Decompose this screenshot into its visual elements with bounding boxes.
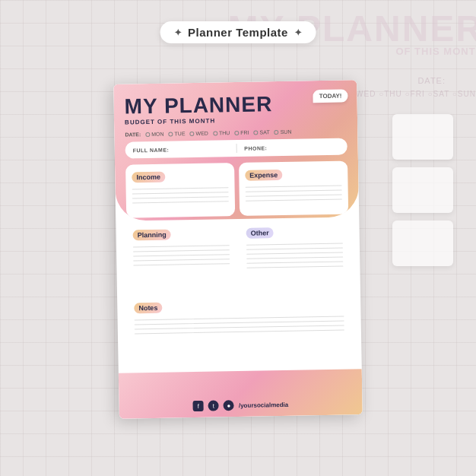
other-lines [246,243,344,268]
line-1 [133,245,230,247]
twitter-icon: t [208,400,219,411]
line-4 [132,201,229,203]
line-4 [133,259,230,261]
fri-circle [234,130,239,135]
notes-lines [135,316,344,335]
sun-label: SUN [281,129,292,135]
planner-content: TODAY! MY PLANNER BUDGET OF THIS MONTH D… [113,80,362,379]
day-sat: SAT [253,129,269,135]
line-4 [246,199,342,202]
line-1 [135,316,344,321]
thu-circle [213,131,217,135]
planning-title: Planning [133,230,171,241]
facebook-icon: f [193,401,204,411]
divider [236,144,236,153]
header-badge-title: Planner Template [188,26,288,39]
watermark-date: DATE: [417,76,446,85]
instagram-icon: ● [224,400,234,411]
thu-label: THU [219,130,230,135]
income-section: Income [125,163,235,217]
expense-section: Expense [239,160,348,215]
line-3 [135,325,344,330]
income-title: Income [132,172,165,183]
line-3 [246,195,342,197]
planning-section: Planning [126,221,236,290]
line-6 [246,266,343,268]
deco-rect-1 [392,114,453,160]
diamond-left-icon: ✦ [174,27,182,38]
date-label: DATE: [125,132,141,137]
social-handle: /yoursocialmedia [239,401,289,408]
mon-circle [145,132,150,136]
other-title: Other [246,227,274,239]
line-4 [135,330,344,335]
header-badge: ✦ Planner Template ✦ [160,21,316,43]
expense-lines [246,186,342,202]
tue-circle [169,132,173,136]
other-section: Other [240,218,350,288]
notes-section: Notes [128,291,351,341]
diamond-right-icon: ✦ [294,27,303,38]
day-wed: WED [189,131,208,136]
line-3 [133,254,230,256]
line-3 [246,252,343,255]
planner-document: TODAY! MY PLANNER BUDGET OF THIS MONTH D… [113,80,363,419]
line-3 [132,196,229,198]
day-fri: FRI [234,130,249,135]
line-5 [133,263,230,265]
day-tue: TUE [168,131,185,136]
deco-rect-3 [392,221,453,266]
day-sun: SUN [274,129,292,135]
today-bubble: TODAY! [313,89,348,103]
line-2 [135,321,344,325]
sat-circle [253,130,258,135]
line-1 [246,186,342,188]
line-2 [246,190,342,192]
notes-title: Notes [134,303,162,314]
expense-title: Expense [245,170,282,181]
day-thu: THU [213,130,230,135]
sun-circle [274,130,279,135]
income-lines [132,187,229,203]
sat-label: SAT [259,129,269,135]
line-2 [133,249,230,252]
line-2 [246,248,343,250]
decorative-rectangles [392,114,453,266]
fri-label: FRI [240,130,249,135]
watermark-subtitle: OF THIS MONTH [395,46,476,57]
deco-rect-2 [392,167,453,213]
phone-label: PHONE: [244,144,340,151]
right-column: Expense Other [239,160,350,288]
line-4 [246,257,343,259]
sections-grid: Income Planning [125,160,351,341]
line-2 [132,192,229,194]
planning-lines [133,245,230,265]
tue-label: TUE [174,131,185,136]
name-phone-row: FULL NAME: PHONE: [125,138,347,158]
wed-label: WED [195,131,208,136]
mon-label: MON [151,132,163,137]
date-row: DATE: MON TUE WED THU FRI [125,128,347,137]
line-1 [246,243,343,246]
line-5 [246,262,343,264]
line-1 [132,187,229,189]
wed-circle [189,131,194,135]
day-mon: MON [145,132,163,137]
full-name-label: FULL NAME: [133,146,229,153]
